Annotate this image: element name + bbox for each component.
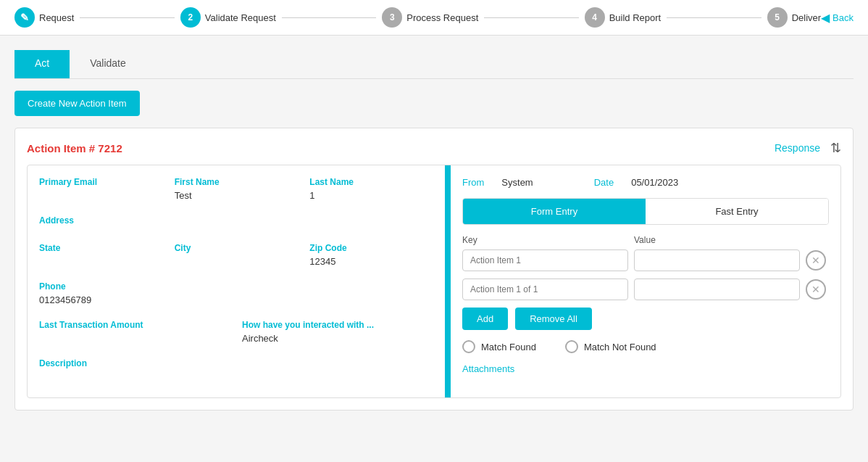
tab-validate[interactable]: Validate [70, 50, 146, 78]
description-label: Description [39, 358, 433, 368]
step-3-process[interactable]: 3 Process Request [382, 7, 478, 28]
step-2-validate[interactable]: 2 Validate Request [180, 7, 276, 28]
step-4-label: Build Report [609, 12, 662, 23]
match-not-found-radio-circle [565, 340, 578, 353]
interaction-value: Aircheck [242, 333, 278, 344]
city-label: City [175, 243, 299, 253]
entry-toggle: Form Entry Fast Entry [462, 198, 829, 225]
date-value: 05/01/2023 [631, 177, 678, 188]
add-button[interactable]: Add [462, 308, 508, 330]
primary-email-field: Primary Email [39, 177, 163, 201]
match-not-found-radio[interactable]: Match Not Found [565, 340, 656, 353]
back-arrow-icon: ◀ [821, 11, 830, 25]
steps-container: ✎ Request 2 Validate Request 3 Process R… [14, 7, 821, 28]
date-label: Date [594, 177, 614, 188]
form-row-4: Phone 0123456789 [39, 281, 433, 305]
city-field: City [175, 243, 299, 267]
match-found-radio[interactable]: Match Found [462, 340, 536, 353]
zip-code-value: 12345 [309, 256, 335, 267]
last-transaction-field: Last Transaction Amount [39, 320, 230, 344]
step-4-circle: 4 [585, 7, 605, 28]
kv-row-2: ✕ [462, 279, 829, 300]
form-row-3: State City Zip Code 12345 [39, 243, 433, 267]
kv-row-2-key[interactable] [462, 279, 628, 300]
step-5-deliver[interactable]: 5 Deliver [767, 7, 821, 28]
step-connector-4 [667, 17, 761, 18]
step-2-circle: 2 [180, 7, 201, 28]
form-row-6: Description [39, 358, 433, 371]
main-content: Act Validate Create New Action Item Acti… [0, 36, 868, 425]
step-2-label: Validate Request [205, 12, 276, 23]
back-link[interactable]: ◀ Back [821, 11, 854, 25]
from-value: System [501, 177, 533, 188]
remove-all-button[interactable]: Remove All [515, 308, 592, 330]
back-label: Back [832, 12, 854, 23]
zip-code-field: Zip Code 12345 [309, 243, 433, 267]
last-name-value: 1 [309, 190, 314, 201]
step-3-label: Process Request [406, 12, 478, 23]
last-name-field: Last Name 1 [309, 177, 433, 201]
from-label: From [462, 177, 484, 188]
value-header-label: Value [634, 235, 800, 245]
last-name-label: Last Name [309, 177, 433, 187]
address-field: Address [39, 215, 433, 228]
remove-1-icon: ✕ [811, 255, 820, 266]
right-panel: From System Date 05/01/2023 Form Entry F… [448, 165, 840, 397]
form-entry-button[interactable]: Form Entry [463, 199, 646, 224]
phone-value: 0123456789 [39, 294, 91, 305]
form-row-1: Primary Email First Name Test Last Name … [39, 177, 433, 201]
zip-code-label: Zip Code [309, 243, 433, 253]
step-connector-2 [282, 17, 376, 18]
left-panel: Primary Email First Name Test Last Name … [28, 165, 448, 397]
action-buttons: Add Remove All [462, 308, 829, 330]
action-item-card: Action Item # 7212 Response ⇅ Primary Em… [14, 128, 854, 411]
phone-field: Phone 0123456789 [39, 281, 433, 305]
step-5-label: Deliver [792, 12, 821, 23]
first-name-label: First Name [175, 177, 299, 187]
step-1-label: Request [39, 12, 74, 23]
primary-email-label: Primary Email [39, 177, 163, 187]
match-not-found-label: Match Not Found [584, 342, 656, 352]
step-connector-1 [80, 17, 174, 18]
attachments-link[interactable]: Attachments [462, 363, 514, 374]
match-found-radio-circle [462, 340, 475, 353]
action-item-title: Action Item # 7212 [27, 142, 122, 154]
tab-act[interactable]: Act [14, 50, 70, 78]
kv-row-1-value[interactable] [634, 249, 800, 271]
phone-label: Phone [39, 281, 433, 292]
description-field: Description [39, 358, 433, 371]
form-row-5: Last Transaction Amount How have you int… [39, 320, 433, 344]
action-item-header: Action Item # 7212 Response ⇅ [27, 140, 841, 156]
expand-collapse-icon[interactable]: ⇅ [830, 140, 841, 156]
kv-row-2-remove-button[interactable]: ✕ [806, 279, 826, 300]
interaction-field: How have you interacted with ... Airchec… [242, 320, 433, 344]
step-4-build[interactable]: 4 Build Report [585, 7, 662, 28]
first-name-value: Test [175, 190, 192, 201]
state-field: State [39, 243, 163, 267]
fast-entry-button[interactable]: Fast Entry [646, 199, 828, 224]
create-action-item-button[interactable]: Create New Action Item [14, 91, 140, 116]
interaction-label: How have you interacted with ... [242, 320, 433, 330]
step-1-request[interactable]: ✎ Request [14, 7, 74, 28]
from-date-row: From System Date 05/01/2023 [462, 177, 829, 188]
kv-row-1-key[interactable] [462, 249, 628, 271]
radio-row: Match Found Match Not Found [462, 340, 829, 353]
top-navigation: ✎ Request 2 Validate Request 3 Process R… [0, 0, 868, 36]
step-3-circle: 3 [382, 7, 402, 28]
step-1-circle: ✎ [14, 7, 35, 28]
kv-row-1: ✕ [462, 249, 829, 271]
kv-row-2-value[interactable] [634, 279, 800, 300]
remove-2-icon: ✕ [811, 284, 820, 295]
step-connector-3 [484, 17, 578, 18]
first-name-field: First Name Test [175, 177, 299, 201]
last-transaction-label: Last Transaction Amount [39, 320, 230, 330]
response-label[interactable]: Response [775, 142, 820, 154]
form-row-2: Address [39, 215, 433, 228]
match-found-label: Match Found [481, 342, 536, 352]
tabs-area: Act Validate [14, 50, 854, 79]
two-panel-layout: Primary Email First Name Test Last Name … [27, 165, 841, 398]
key-header-label: Key [462, 235, 628, 245]
kv-header: Key Value [462, 235, 829, 245]
step-5-circle: 5 [767, 7, 788, 28]
kv-row-1-remove-button[interactable]: ✕ [806, 250, 826, 271]
